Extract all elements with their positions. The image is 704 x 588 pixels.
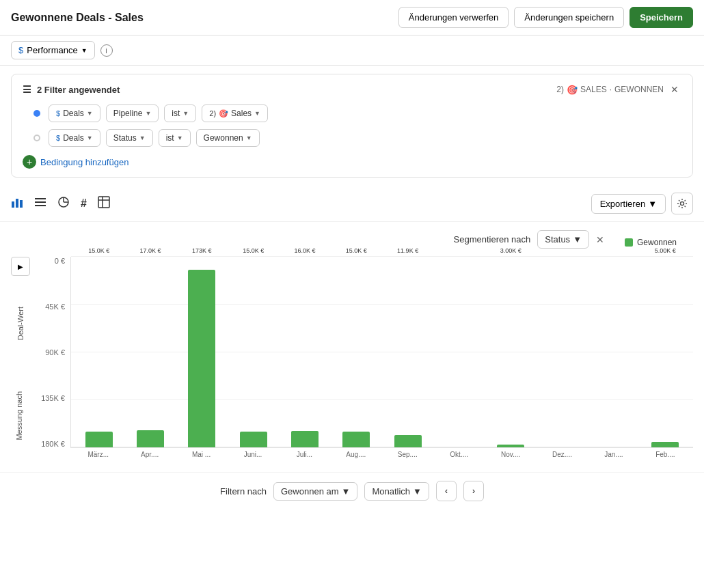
- filter-entity-2[interactable]: $ Deals ▼: [49, 129, 100, 147]
- bar-4[interactable]: [291, 431, 319, 447]
- bar-5[interactable]: [342, 432, 370, 447]
- chevron-down-icon: ▼: [81, 47, 87, 54]
- bar-1[interactable]: [137, 430, 164, 447]
- svg-rect-3: [35, 198, 46, 199]
- target-icon-small: 🎯: [219, 109, 228, 118]
- chevron-icon-8: ▼: [246, 135, 252, 141]
- deals-icon-2: $: [56, 134, 60, 142]
- y-tick-90k: 90K €: [45, 348, 65, 356]
- filter-field-1[interactable]: Pipeline ▼: [106, 104, 159, 122]
- save-button[interactable]: Speichern: [629, 7, 693, 28]
- date-filter-dropdown[interactable]: Gewonnen am ▼: [273, 482, 357, 501]
- bottom-controls: Filtern nach Gewonnen am ▼ Monatlich ▼ ‹…: [0, 472, 704, 509]
- x-axis: März...Apr....Mai ...Juni...Juli...Aug..…: [33, 448, 693, 458]
- bar-2[interactable]: [188, 270, 215, 447]
- export-button[interactable]: Exportieren ▼: [591, 194, 666, 214]
- filter-header: ☰ 2 Filter angewendet 2) 🎯 SALES · GEWON…: [23, 83, 681, 96]
- chevron-down-icon-export: ▼: [648, 199, 657, 209]
- filter-row-2: $ Deals ▼ Status ▼ ist ▼ Gewonnen ▼: [33, 129, 681, 147]
- x-labels: März...Apr....Mai ...Juni...Juli...Aug..…: [70, 448, 693, 458]
- svg-rect-4: [35, 201, 46, 203]
- expand-button[interactable]: ▶: [11, 257, 30, 276]
- svg-rect-5: [35, 205, 46, 206]
- legend-item-gewonnen: Gewonnen: [625, 238, 693, 247]
- y-tick-135k: 135K €: [41, 394, 65, 402]
- period-filter-label: Monatlich: [372, 486, 410, 496]
- y-axis-label: Deal-Wert: [16, 307, 25, 340]
- bar-3[interactable]: [240, 432, 267, 447]
- svg-rect-2: [20, 200, 23, 208]
- bar-0[interactable]: [85, 432, 113, 447]
- hashtag-icon[interactable]: #: [81, 197, 87, 210]
- segment-close-button[interactable]: ✕: [596, 234, 604, 245]
- bar-11[interactable]: [651, 442, 679, 447]
- target-icon: 🎯: [567, 85, 578, 95]
- chart-icons: #: [11, 196, 110, 211]
- prev-button[interactable]: ‹: [436, 481, 457, 501]
- y-tick-0: 0 €: [55, 257, 65, 265]
- chart-left-controls: ▶ Deal-Wert Messung nach: [11, 257, 30, 458]
- filter-value-1[interactable]: 2) 🎯 Sales ▼: [202, 104, 268, 122]
- period-filter-dropdown[interactable]: Monatlich ▼: [364, 482, 429, 501]
- bar-6[interactable]: [394, 435, 422, 447]
- bottom-filter-label: Filtern nach: [220, 486, 267, 496]
- bar-group-9: [537, 257, 587, 447]
- bar-value-label-5: 15.0K €: [346, 247, 367, 254]
- bar-value-label-11: 5.00K €: [655, 247, 676, 254]
- y-tick-45k: 45K €: [45, 303, 65, 311]
- x-label-11: Feb....: [640, 451, 690, 458]
- x-label-9: Dez....: [537, 451, 587, 458]
- deals-icon-1: $: [56, 109, 60, 117]
- filter-close-button[interactable]: ✕: [668, 83, 681, 96]
- svg-rect-1: [16, 199, 18, 208]
- bar-value-label-0: 15.0K €: [88, 247, 109, 254]
- bar-group-11: 5.00K €: [640, 257, 690, 447]
- bar-group-6: 11.9K €: [383, 257, 433, 447]
- filter-active-tag: 2) 🎯 SALES · GEWONNEN: [556, 85, 664, 95]
- filter-operator-1[interactable]: ist ▼: [164, 104, 196, 122]
- settings-button[interactable]: [671, 193, 693, 214]
- x-label-4: Juli...: [280, 451, 329, 458]
- y-axis: 180K € 135K € 90K € 45K € 0 €: [33, 257, 70, 448]
- x-label-2: Mai ...: [176, 451, 226, 458]
- info-button[interactable]: i: [100, 44, 113, 57]
- performance-button[interactable]: $ Performance ▼: [11, 41, 95, 59]
- chart-section: Segmentieren nach Status ▼ ✕ Gewonnen ▶ …: [0, 222, 704, 466]
- filter-entity-1[interactable]: $ Deals ▼: [49, 104, 100, 122]
- chart-main: ▶ Deal-Wert Messung nach 180K € 135K € 9…: [11, 257, 693, 458]
- legend-label-gewonnen: Gewonnen: [637, 238, 677, 247]
- filter-operator-2[interactable]: ist ▼: [159, 129, 191, 147]
- filter-field-2[interactable]: Status ▼: [106, 129, 153, 147]
- discard-button[interactable]: Änderungen verwerfen: [398, 7, 509, 28]
- chevron-icon-1: ▼: [87, 110, 93, 117]
- filter-icon: ☰: [23, 84, 31, 95]
- svg-rect-0: [12, 201, 14, 208]
- measurement-label: Messung nach: [15, 391, 23, 440]
- bar-chart-icon[interactable]: [11, 196, 23, 211]
- pie-chart-icon[interactable]: [57, 196, 70, 211]
- list-icon[interactable]: [34, 196, 46, 211]
- chart-controls: Segmentieren nach Status ▼ ✕ Gewonnen: [11, 230, 693, 249]
- next-button[interactable]: ›: [463, 481, 484, 501]
- svg-point-10: [681, 202, 684, 206]
- segment-dropdown[interactable]: Status ▼: [537, 230, 589, 249]
- export-label: Exportieren: [600, 199, 645, 209]
- bar-group-5: 15.0K €: [331, 257, 381, 447]
- chart-toolbar: # Exportieren ▼: [0, 186, 704, 222]
- x-label-1: Apr....: [124, 451, 174, 458]
- x-label-5: Aug....: [331, 451, 381, 458]
- bar-group-1: 17.0K €: [125, 257, 175, 447]
- filter-rows: $ Deals ▼ Pipeline ▼ ist ▼ 2) 🎯 Sales ▼: [23, 104, 681, 147]
- bar-8[interactable]: [497, 445, 524, 447]
- svg-rect-7: [98, 197, 109, 208]
- y-tick-180k: 180K €: [41, 440, 65, 448]
- bar-value-label-3: 15.0K €: [243, 247, 264, 254]
- page-title: Gewonnene Deals - Sales: [11, 12, 144, 24]
- filter-value-2[interactable]: Gewonnen ▼: [196, 129, 260, 147]
- x-label-6: Sep....: [383, 451, 433, 458]
- chart-legend: Gewonnen: [625, 232, 693, 247]
- add-condition-button[interactable]: + Bedingung hinzufügen: [23, 155, 681, 169]
- table-icon[interactable]: [98, 196, 110, 211]
- save-changes-button[interactable]: Änderungen speichern: [514, 7, 624, 28]
- x-label-10: Jan....: [588, 451, 638, 458]
